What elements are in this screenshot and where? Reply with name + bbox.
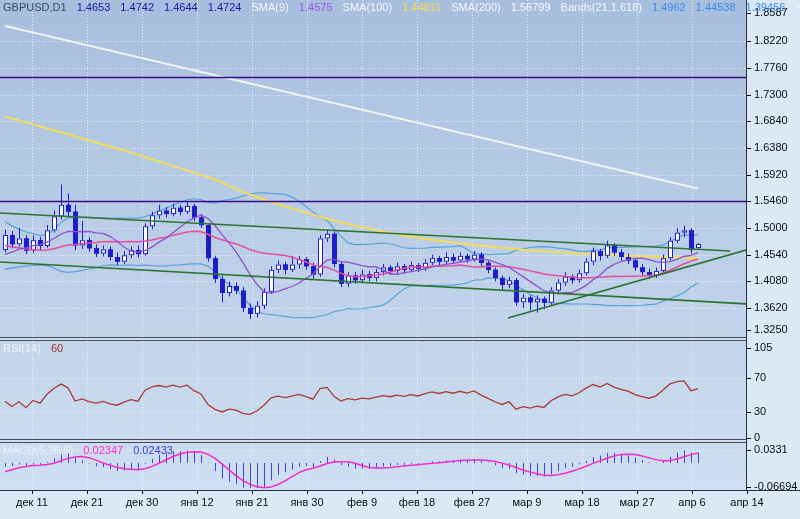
ohlc-open: 1.4653	[77, 1, 111, 13]
sma21-label: SMA(21)	[795, 1, 800, 13]
sma9-label: SMA(9)	[252, 1, 289, 13]
mt4-chart-window: GBPUSD,D1 1.4653 1.4742 1.4644 1.4724 SM…	[0, 0, 800, 519]
ohlc-low: 1.4644	[164, 1, 198, 13]
chart-header-info: GBPUSD,D1 1.4653 1.4742 1.4644 1.4724 SM…	[3, 2, 800, 13]
sma9-value: 1.4575	[299, 1, 333, 13]
bands-lower-value: 1.39456	[746, 1, 786, 13]
macd-value-main: 0.02347	[83, 444, 123, 456]
rsi-value: 60	[51, 342, 63, 354]
macd-name: MACD(5,26,5)	[3, 444, 73, 456]
bands-label: Bands(21,1.618)	[561, 1, 642, 13]
sma100-value: 1.44811	[402, 1, 441, 13]
rsi-name: RSI(14)	[3, 342, 41, 354]
macd-value-signal: 0.02433	[133, 444, 173, 456]
sma200-value: 1.56799	[511, 1, 551, 13]
macd-indicator-label: MACD(5,26,5) 0.02347 0.02433	[3, 445, 180, 456]
rsi-indicator-label: RSI(14) 60	[3, 343, 70, 354]
ohlc-high: 1.4742	[120, 1, 154, 13]
sma200-label: SMA(200)	[451, 1, 501, 13]
bands-upper-value: 1.4962	[652, 1, 686, 13]
sma100-label: SMA(100)	[343, 1, 393, 13]
ohlc-close: 1.4724	[208, 1, 242, 13]
bands-middle-value: 1.44538	[696, 1, 736, 13]
price-chart-canvas[interactable]	[0, 0, 800, 519]
symbol-timeframe: GBPUSD,D1	[3, 1, 67, 13]
